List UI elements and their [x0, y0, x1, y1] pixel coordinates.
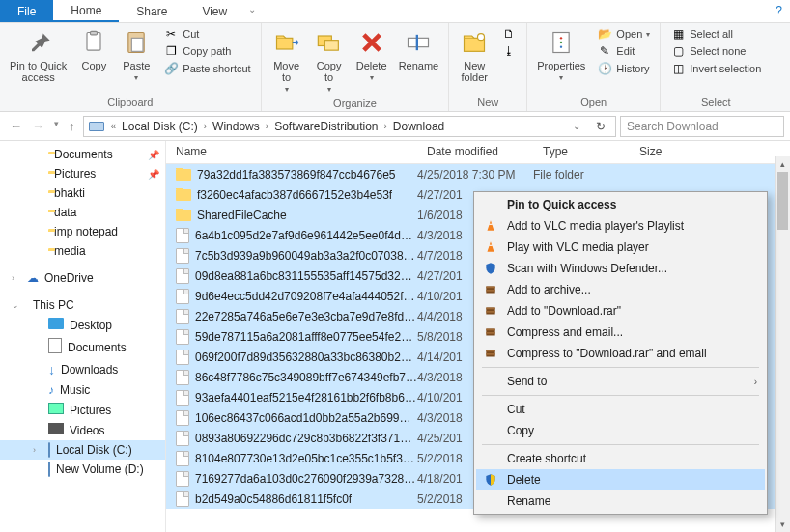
- ctx-delete[interactable]: Delete: [476, 469, 765, 490]
- tree-item[interactable]: Pictures: [0, 400, 165, 420]
- tree-item[interactable]: imp notepad: [0, 222, 165, 241]
- breadcrumb-part[interactable]: SoftwareDistribution: [274, 120, 378, 133]
- breadcrumb-part[interactable]: Local Disk (C:): [122, 120, 198, 133]
- scroll-down-icon[interactable]: ▾: [776, 517, 790, 532]
- tree-item[interactable]: ›☁OneDrive: [0, 268, 165, 288]
- invert-selection-button[interactable]: ◫ Invert selection: [666, 60, 765, 77]
- tree-item-label: imp notepad: [54, 225, 118, 238]
- ctx-compress-rar-email[interactable]: Compress to "Download.rar" and email: [476, 343, 765, 364]
- copy-to-icon: [314, 27, 345, 58]
- chevron-down-icon[interactable]: ⌄: [569, 121, 584, 131]
- file-icon: [176, 309, 189, 324]
- archive-icon: [482, 323, 499, 341]
- new-item-button[interactable]: 🗋: [497, 25, 521, 42]
- ctx-scan-defender[interactable]: Scan with Windows Defender...: [476, 258, 765, 279]
- chevron-right-icon: ›: [381, 121, 391, 131]
- help-icon[interactable]: ?: [768, 0, 790, 22]
- tree-item[interactable]: Pictures📌: [0, 164, 165, 183]
- select-all-button[interactable]: ▦ Select all: [666, 25, 765, 42]
- search-input[interactable]: Search Download: [620, 116, 784, 137]
- breadcrumb-part[interactable]: Download: [393, 120, 444, 133]
- tree-item[interactable]: Desktop: [0, 315, 165, 335]
- ctx-create-shortcut[interactable]: Create shortcut: [476, 448, 765, 469]
- move-to-button[interactable]: Move to ▾: [268, 25, 306, 96]
- easy-access-button[interactable]: ⭳: [497, 42, 521, 60]
- view-tab[interactable]: View: [184, 0, 244, 22]
- cut-button[interactable]: ✂ Cut: [159, 25, 254, 42]
- ctx-vlc-playlist[interactable]: Add to VLC media player's Playlist: [476, 215, 765, 237]
- edit-button[interactable]: ✎ Edit: [593, 42, 654, 60]
- copy-button[interactable]: Copy: [74, 25, 113, 73]
- tree-item[interactable]: ›Local Disk (C:): [0, 440, 165, 460]
- tree-item[interactable]: bhakti: [0, 183, 165, 203]
- pin-to-quick-access-button[interactable]: Pin to Quick access: [6, 25, 71, 85]
- scroll-up-icon[interactable]: ▴: [776, 156, 790, 172]
- navbar: ← → ▾ ↑ « Local Disk (C:)› Windows› Soft…: [0, 112, 790, 141]
- rename-button[interactable]: Rename: [395, 25, 443, 73]
- select-none-button[interactable]: ▢ Select none: [666, 42, 765, 60]
- nav-back-button[interactable]: ←: [10, 119, 22, 133]
- copy-path-button[interactable]: ❐ Copy path: [159, 42, 254, 60]
- svg-rect-19: [486, 290, 494, 292]
- group-label-open: Open: [533, 95, 654, 111]
- ctx-vlc-play[interactable]: Play with VLC media player: [476, 237, 765, 258]
- column-date[interactable]: Date modified: [417, 141, 533, 163]
- tree-item[interactable]: data: [0, 203, 165, 222]
- ctx-copy[interactable]: Copy: [476, 420, 765, 441]
- tree-item[interactable]: Documents: [0, 335, 165, 359]
- paste-icon: [121, 27, 152, 58]
- breadcrumb-part[interactable]: Windows: [212, 120, 260, 133]
- properties-button[interactable]: Properties ▾: [533, 25, 589, 84]
- scrollbar-thumb[interactable]: [777, 172, 788, 230]
- nav-up-button[interactable]: ↑: [69, 119, 75, 133]
- tree-item[interactable]: ↓Downloads: [0, 359, 165, 380]
- tree-item-label: bhakti: [54, 186, 85, 200]
- delete-button[interactable]: Delete ▾: [353, 25, 391, 84]
- ctx-pin-quick-access[interactable]: Pin to Quick access: [476, 194, 765, 215]
- vertical-scrollbar[interactable]: ▴ ▾: [775, 156, 790, 532]
- new-folder-button[interactable]: New folder: [455, 25, 494, 85]
- refresh-button[interactable]: ↻: [590, 120, 611, 133]
- column-size[interactable]: Size: [630, 141, 707, 163]
- paste-button[interactable]: Paste ▾: [117, 25, 155, 84]
- tree-item[interactable]: ⌄This PC: [0, 295, 165, 315]
- new-folder-icon: [459, 27, 490, 58]
- ctx-rename[interactable]: Rename: [476, 490, 765, 512]
- tree-item-label: Desktop: [70, 319, 112, 332]
- ribbon-chevron-icon[interactable]: ⌄: [244, 0, 260, 22]
- nav-recent-button[interactable]: ▾: [54, 119, 59, 133]
- ctx-add-archive[interactable]: Add to archive...: [476, 279, 765, 300]
- file-row[interactable]: 79a32dd1fa383573869f847ccb4676e54/25/201…: [166, 164, 790, 184]
- ctx-add-rar[interactable]: Add to "Download.rar": [476, 300, 765, 322]
- paste-shortcut-button[interactable]: 🔗 Paste shortcut: [159, 60, 254, 77]
- history-button[interactable]: 🕑 History: [593, 60, 654, 77]
- file-icon: [176, 329, 189, 345]
- file-icon: [176, 390, 189, 406]
- tree-item[interactable]: Videos: [0, 420, 165, 440]
- share-tab[interactable]: Share: [119, 0, 184, 22]
- separator: [482, 367, 759, 368]
- tree-item[interactable]: Documents📌: [0, 145, 165, 164]
- ctx-cut[interactable]: Cut: [476, 399, 765, 420]
- svg-rect-28: [486, 353, 494, 355]
- column-name[interactable]: Name: [166, 141, 417, 163]
- tree-item[interactable]: ♪Music: [0, 380, 165, 400]
- file-name: 7c5b3d939a9b960049ab3a3a2f0c07038ad...: [195, 249, 417, 263]
- drive-icon: [48, 443, 50, 457]
- copy-to-button[interactable]: Copy to ▾: [310, 25, 349, 96]
- tree-item-label: Downloads: [61, 363, 118, 377]
- copy-path-icon: ❐: [163, 43, 179, 59]
- open-button[interactable]: 📂 Open ▾: [593, 25, 654, 42]
- column-type[interactable]: Type: [533, 141, 630, 163]
- move-to-icon: [271, 27, 302, 58]
- tree-item[interactable]: New Volume (D:): [0, 460, 165, 479]
- ctx-compress-email[interactable]: Compress and email...: [476, 322, 765, 343]
- nav-forward-button[interactable]: →: [32, 119, 44, 133]
- tree-item[interactable]: media: [0, 241, 165, 261]
- breadcrumb[interactable]: « Local Disk (C:)› Windows› SoftwareDist…: [83, 116, 617, 137]
- ctx-send-to[interactable]: Send to ›: [476, 371, 765, 392]
- video-icon: [48, 423, 64, 437]
- file-tab[interactable]: File: [0, 0, 53, 22]
- home-tab[interactable]: Home: [53, 0, 119, 22]
- file-icon: [176, 350, 189, 365]
